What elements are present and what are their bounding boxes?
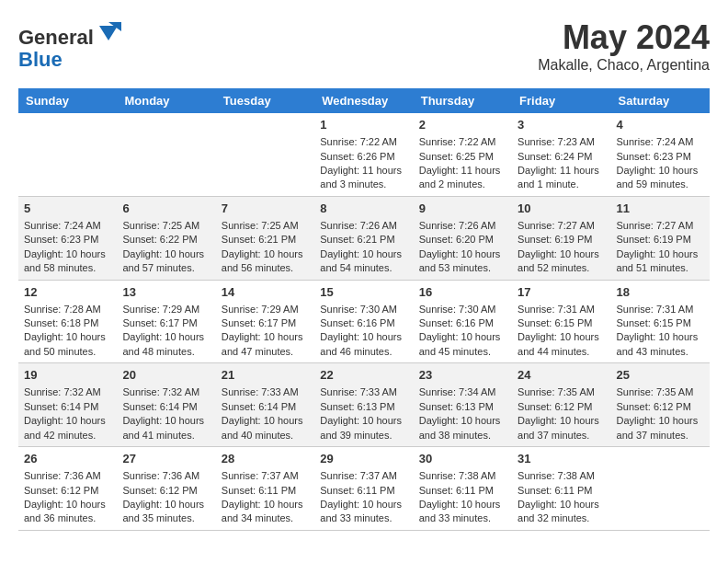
day-cell-1-5: 2Sunrise: 7:22 AMSunset: 6:25 PMDaylight… (414, 113, 512, 196)
day-info: Sunset: 6:13 PM (320, 400, 407, 414)
day-info: Daylight: 10 hours and 43 minutes. (617, 330, 704, 359)
day-info: Sunrise: 7:23 AM (518, 135, 605, 149)
day-info: Daylight: 10 hours and 33 minutes. (419, 498, 506, 526)
day-info: Sunrise: 7:35 AM (518, 385, 605, 399)
day-number: 17 (518, 284, 605, 301)
day-number: 27 (122, 451, 210, 467)
day-cell-5-1: 26Sunrise: 7:36 AMSunset: 6:12 PMDayligh… (18, 447, 117, 531)
day-cell-5-5: 30Sunrise: 7:38 AMSunset: 6:11 PMDayligh… (414, 447, 512, 531)
day-info: Sunset: 6:19 PM (518, 233, 605, 247)
day-info: Sunrise: 7:27 AM (518, 219, 605, 233)
day-cell-4-2: 20Sunrise: 7:32 AMSunset: 6:14 PMDayligh… (117, 363, 215, 447)
day-info: Sunrise: 7:36 AM (24, 469, 111, 483)
day-cell-4-3: 21Sunrise: 7:33 AMSunset: 6:14 PMDayligh… (216, 363, 314, 447)
logo-icon (96, 18, 121, 44)
day-info: Daylight: 10 hours and 44 minutes. (518, 330, 605, 359)
day-number: 20 (122, 367, 210, 384)
day-cell-2-1: 5Sunrise: 7:24 AMSunset: 6:23 PMDaylight… (18, 196, 117, 280)
day-info: Sunset: 6:18 PM (24, 316, 111, 330)
day-info: Sunrise: 7:24 AM (617, 135, 704, 149)
day-info: Daylight: 10 hours and 48 minutes. (122, 330, 210, 359)
day-info: Daylight: 10 hours and 53 minutes. (419, 247, 506, 276)
day-info: Daylight: 10 hours and 37 minutes. (617, 414, 704, 442)
day-info: Daylight: 10 hours and 42 minutes. (24, 414, 111, 442)
day-info: Sunset: 6:13 PM (419, 400, 506, 414)
day-cell-5-2: 27Sunrise: 7:36 AMSunset: 6:12 PMDayligh… (117, 447, 215, 531)
header-row: SundayMondayTuesdayWednesdayThursdayFrid… (18, 88, 710, 113)
day-number: 28 (222, 451, 309, 467)
day-info: Sunrise: 7:35 AM (617, 385, 704, 399)
day-info: Sunset: 6:15 PM (518, 316, 605, 330)
day-info: Sunrise: 7:32 AM (24, 385, 111, 399)
logo: General Blue (18, 18, 121, 71)
day-cell-1-6: 3Sunrise: 7:23 AMSunset: 6:24 PMDaylight… (512, 113, 610, 196)
day-info: Sunrise: 7:25 AM (222, 219, 309, 233)
day-info: Sunset: 6:17 PM (122, 316, 210, 330)
day-cell-4-4: 22Sunrise: 7:33 AMSunset: 6:13 PMDayligh… (314, 363, 413, 447)
day-info: Daylight: 10 hours and 45 minutes. (419, 330, 506, 359)
day-info: Sunset: 6:23 PM (24, 233, 111, 247)
day-header-monday: Monday (117, 88, 215, 113)
day-cell-1-1 (18, 113, 117, 196)
day-info: Daylight: 10 hours and 32 minutes. (518, 498, 605, 526)
day-info: Sunset: 6:20 PM (419, 233, 506, 247)
day-info: Sunset: 6:14 PM (122, 400, 210, 414)
calendar-table: SundayMondayTuesdayWednesdayThursdayFrid… (18, 88, 710, 531)
day-number: 30 (419, 451, 506, 467)
day-number: 19 (24, 367, 111, 384)
day-info: Sunset: 6:16 PM (320, 316, 407, 330)
day-number: 16 (419, 284, 506, 301)
day-info: Sunrise: 7:29 AM (122, 303, 210, 316)
day-cell-4-5: 23Sunrise: 7:34 AMSunset: 6:13 PMDayligh… (414, 363, 512, 447)
day-number: 24 (518, 367, 605, 384)
day-cell-4-6: 24Sunrise: 7:35 AMSunset: 6:12 PMDayligh… (512, 363, 610, 447)
day-number: 31 (518, 451, 605, 467)
day-info: Sunrise: 7:27 AM (617, 219, 704, 233)
day-cell-5-6: 31Sunrise: 7:38 AMSunset: 6:11 PMDayligh… (512, 447, 610, 531)
day-info: Sunset: 6:17 PM (222, 316, 309, 330)
day-number: 8 (320, 201, 407, 217)
day-info: Sunset: 6:24 PM (518, 150, 605, 164)
day-info: Sunrise: 7:34 AM (419, 385, 506, 399)
day-number: 23 (419, 367, 506, 384)
day-cell-2-2: 6Sunrise: 7:25 AMSunset: 6:22 PMDaylight… (117, 196, 215, 280)
day-info: Daylight: 10 hours and 50 minutes. (24, 330, 111, 359)
day-info: Sunset: 6:21 PM (320, 233, 407, 247)
day-cell-3-7: 18Sunrise: 7:31 AMSunset: 6:15 PMDayligh… (611, 280, 710, 363)
day-number: 14 (222, 284, 309, 301)
day-info: Daylight: 11 hours and 3 minutes. (320, 164, 407, 192)
day-cell-3-4: 15Sunrise: 7:30 AMSunset: 6:16 PMDayligh… (314, 280, 413, 363)
day-header-thursday: Thursday (414, 88, 512, 113)
day-cell-4-7: 25Sunrise: 7:35 AMSunset: 6:12 PMDayligh… (611, 363, 710, 447)
day-number: 2 (419, 117, 506, 133)
day-info: Sunrise: 7:37 AM (222, 469, 309, 483)
day-info: Sunrise: 7:26 AM (320, 219, 407, 233)
day-info: Daylight: 10 hours and 35 minutes. (122, 498, 210, 526)
day-info: Sunset: 6:14 PM (222, 400, 309, 414)
day-info: Daylight: 10 hours and 40 minutes. (222, 414, 309, 442)
day-cell-1-7: 4Sunrise: 7:24 AMSunset: 6:23 PMDaylight… (611, 113, 710, 196)
day-info: Sunset: 6:12 PM (617, 400, 704, 414)
day-cell-2-3: 7Sunrise: 7:25 AMSunset: 6:21 PMDaylight… (216, 196, 314, 280)
week-row-5: 26Sunrise: 7:36 AMSunset: 6:12 PMDayligh… (18, 447, 710, 531)
day-info: Sunrise: 7:38 AM (518, 469, 605, 483)
day-info: Sunset: 6:15 PM (617, 316, 704, 330)
day-info: Sunrise: 7:36 AM (122, 469, 210, 483)
day-cell-3-5: 16Sunrise: 7:30 AMSunset: 6:16 PMDayligh… (414, 280, 512, 363)
day-cell-3-2: 13Sunrise: 7:29 AMSunset: 6:17 PMDayligh… (117, 280, 215, 363)
day-header-friday: Friday (512, 88, 610, 113)
day-cell-2-6: 10Sunrise: 7:27 AMSunset: 6:19 PMDayligh… (512, 196, 610, 280)
day-cell-2-4: 8Sunrise: 7:26 AMSunset: 6:21 PMDaylight… (314, 196, 413, 280)
title-block: May 2024 Makalle, Chaco, Argentina (538, 18, 710, 74)
day-info: Sunset: 6:19 PM (617, 233, 704, 247)
subtitle: Makalle, Chaco, Argentina (538, 57, 710, 74)
week-row-3: 12Sunrise: 7:28 AMSunset: 6:18 PMDayligh… (18, 280, 710, 363)
main-title: May 2024 (538, 18, 710, 57)
day-info: Sunset: 6:21 PM (222, 233, 309, 247)
day-info: Sunset: 6:11 PM (419, 484, 506, 498)
day-number: 25 (617, 367, 704, 384)
day-info: Daylight: 10 hours and 37 minutes. (518, 414, 605, 442)
day-info: Daylight: 10 hours and 47 minutes. (222, 330, 309, 359)
day-info: Sunset: 6:11 PM (320, 484, 407, 498)
day-info: Daylight: 10 hours and 36 minutes. (24, 498, 111, 526)
